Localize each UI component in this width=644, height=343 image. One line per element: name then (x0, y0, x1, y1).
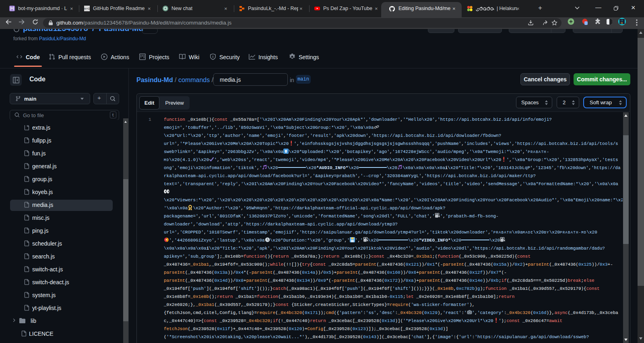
svg-text:CO: CO (621, 20, 623, 22)
svg-text:DE: DE (621, 22, 623, 25)
svg-text:m+G: m+G (84, 7, 90, 10)
